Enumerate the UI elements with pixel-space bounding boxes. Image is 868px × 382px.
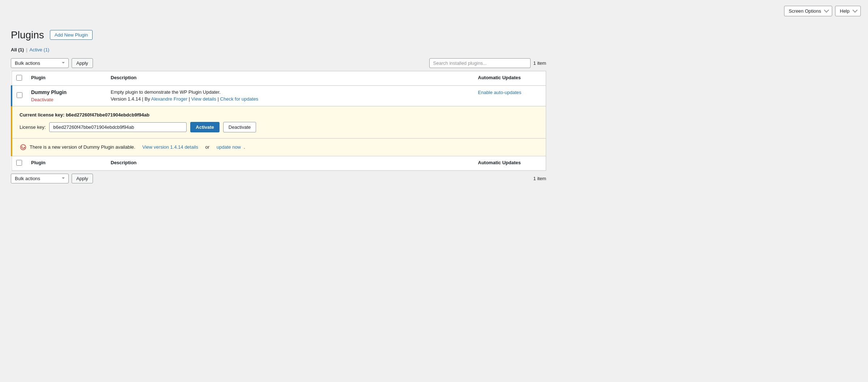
table-row: Dummy Plugin Deactivate Empty plugin to … — [12, 85, 546, 106]
plugin-author-link[interactable]: Alexandre Froger — [151, 96, 187, 102]
chevron-down-icon — [852, 8, 858, 13]
chevron-down-icon — [824, 8, 829, 13]
plugin-name-title: Dummy Plugin — [31, 89, 102, 95]
license-notice-title: Current license key: b6ed27260f47bbe0719… — [20, 112, 539, 118]
plugin-description-text: Empty plugin to demonstrate the WP Plugi… — [111, 89, 469, 95]
plugin-checkbox[interactable] — [17, 92, 22, 98]
col-description-footer: Description — [106, 156, 474, 170]
plugin-actions: Deactivate — [31, 97, 102, 102]
top-bar: Screen Options Help — [0, 0, 868, 22]
select-all-checkbox-bottom[interactable] — [16, 160, 22, 166]
col-checkbox-header — [12, 71, 27, 85]
plugin-auto-updates-cell: Enable auto-updates — [474, 85, 546, 106]
update-notice-row: There is a new version of Dummy Plugin a… — [12, 138, 546, 156]
version-by-text: Version 1.4.14 | By — [111, 96, 151, 102]
plugins-table: Plugin Description Automatic Updates Dum… — [11, 71, 546, 171]
select-all-checkbox-top[interactable] — [16, 75, 22, 81]
search-input[interactable] — [429, 58, 531, 68]
update-or-text: or — [205, 144, 210, 150]
col-checkbox-footer — [12, 156, 27, 170]
filter-all-link[interactable]: All (1) — [11, 47, 24, 52]
toolbar-top: Bulk actions Activate Deactivate Delete … — [11, 58, 546, 68]
plugin-meta: Version 1.4.14 | By Alexandre Froger | V… — [111, 96, 469, 102]
add-new-plugin-button[interactable]: Add New Plugin — [50, 30, 93, 40]
filter-separator: | — [26, 47, 27, 52]
screen-options-button[interactable]: Screen Options — [784, 6, 833, 16]
enable-auto-updates-link[interactable]: Enable auto-updates — [478, 90, 522, 95]
license-notice-row: Current license key: b6ed27260f47bbe0719… — [12, 106, 546, 138]
plugin-checkbox-cell — [12, 85, 27, 106]
activate-license-button[interactable]: Activate — [190, 122, 220, 132]
update-now-link[interactable]: update now — [217, 144, 241, 150]
view-details-link[interactable]: View details — [191, 96, 216, 102]
bulk-actions-select-top[interactable]: Bulk actions Activate Deactivate Delete … — [11, 58, 69, 68]
help-button[interactable]: Help — [835, 6, 861, 16]
deactivate-license-button[interactable]: Deactivate — [223, 122, 256, 132]
license-key-label: License key: — [20, 124, 46, 130]
update-notice-cell: There is a new version of Dummy Plugin a… — [12, 138, 546, 156]
item-count-top: 1 item — [533, 60, 546, 66]
col-auto-updates-footer: Automatic Updates — [474, 156, 546, 170]
license-notice-content: Current license key: b6ed27260f47bbe0719… — [20, 112, 539, 132]
apply-button-bottom[interactable]: Apply — [72, 174, 93, 183]
toolbar-bottom-left: Bulk actions Activate Deactivate Delete … — [11, 174, 93, 183]
apply-button-top[interactable]: Apply — [72, 58, 93, 68]
main-content: Plugins Add New Plugin All (1) | Active … — [0, 22, 557, 194]
toolbar-top-left: Bulk actions Activate Deactivate Delete … — [11, 58, 93, 68]
deactivate-plugin-link[interactable]: Deactivate — [31, 97, 53, 102]
item-count-bottom: 1 item — [533, 176, 546, 181]
col-description-header: Description — [106, 71, 474, 85]
toolbar-bottom: Bulk actions Activate Deactivate Delete … — [11, 174, 546, 183]
update-notice-text-before: There is a new version of Dummy Plugin a… — [30, 144, 135, 150]
filter-links: All (1) | Active (1) — [11, 47, 546, 52]
license-key-input[interactable] — [49, 122, 187, 132]
table-footer: Plugin Description Automatic Updates — [12, 156, 546, 170]
toolbar-top-right: 1 item — [429, 58, 546, 68]
plugin-name-cell: Dummy Plugin Deactivate — [27, 85, 106, 106]
page-header: Plugins Add New Plugin — [11, 29, 546, 41]
help-label: Help — [840, 8, 850, 14]
bulk-actions-select-bottom[interactable]: Bulk actions Activate Deactivate Delete … — [11, 174, 69, 183]
col-plugin-header: Plugin — [27, 71, 106, 85]
col-auto-updates-header: Automatic Updates — [474, 71, 546, 85]
update-icon — [20, 144, 27, 151]
update-period: . — [244, 144, 245, 150]
plugin-description-cell: Empty plugin to demonstrate the WP Plugi… — [106, 85, 474, 106]
col-plugin-footer: Plugin — [27, 156, 106, 170]
filter-active-link[interactable]: Active (1) — [30, 47, 50, 52]
toolbar-bottom-right: 1 item — [533, 176, 546, 181]
table-body: Dummy Plugin Deactivate Empty plugin to … — [12, 85, 546, 156]
table-header-row: Plugin Description Automatic Updates — [12, 71, 546, 85]
update-notice-inner: There is a new version of Dummy Plugin a… — [20, 144, 539, 151]
table-header: Plugin Description Automatic Updates — [12, 71, 546, 85]
screen-options-label: Screen Options — [789, 8, 821, 14]
check-updates-link[interactable]: Check for updates — [220, 96, 259, 102]
auto-updates-link: Enable auto-updates — [478, 89, 542, 95]
license-key-row: License key: Activate Deactivate — [20, 122, 539, 132]
license-notice-cell: Current license key: b6ed27260f47bbe0719… — [12, 106, 546, 138]
table-footer-row: Plugin Description Automatic Updates — [12, 156, 546, 170]
view-version-details-link[interactable]: View version 1.4.14 details — [142, 144, 198, 150]
page-title: Plugins — [11, 29, 44, 41]
